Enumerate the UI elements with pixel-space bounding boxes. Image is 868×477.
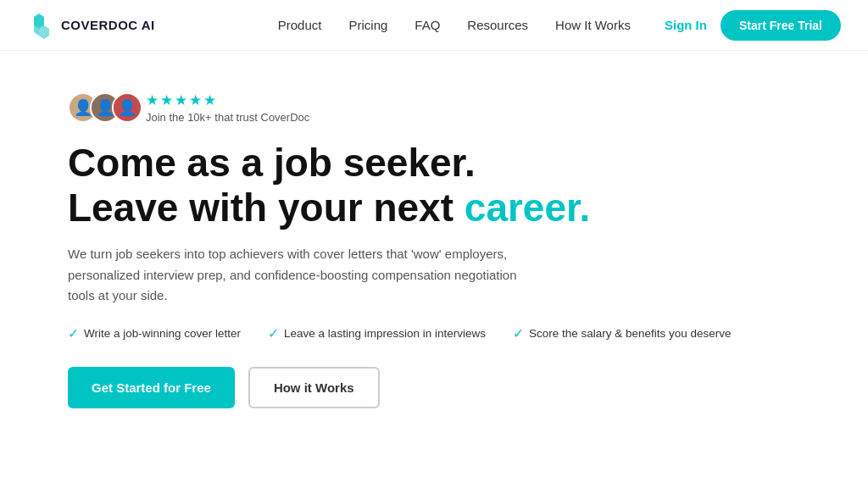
check-icon-1: ✓ (68, 325, 79, 341)
star-1: ★ (146, 92, 159, 109)
check-icon-3: ✓ (513, 325, 524, 341)
nav-item-pricing[interactable]: Pricing (348, 18, 387, 33)
feature-label-1: Write a job-winning cover letter (84, 327, 241, 340)
sign-in-button[interactable]: Sign In (665, 18, 707, 32)
trust-text: Join the 10k+ that trust CoverDoc (146, 111, 309, 124)
logo-icon (27, 12, 54, 39)
nav-right: Sign In Start Free Trial (665, 10, 841, 41)
headline-line2-static: Leave with your next (68, 186, 465, 230)
star-rating: ★ ★ ★ ★ ★ (146, 92, 309, 109)
how-it-works-button[interactable]: How it Works (248, 367, 380, 408)
avatar: 👤 (112, 92, 142, 123)
main-nav: COVERDOC AI Product Pricing FAQ Resource… (0, 0, 868, 51)
stars-area: ★ ★ ★ ★ ★ Join the 10k+ that trust Cover… (146, 92, 309, 124)
feature-label-3: Score the salary & benefits you deserve (529, 327, 732, 340)
feature-label-2: Leave a lasting impression in interviews (284, 327, 486, 340)
check-icon-2: ✓ (268, 325, 279, 341)
nav-item-how-it-works[interactable]: How It Works (555, 18, 631, 33)
star-4: ★ (189, 92, 202, 109)
headline-accent: career. (465, 186, 590, 230)
headline-line1: Come as a job seeker. (68, 141, 476, 185)
feature-item-2: ✓ Leave a lasting impression in intervie… (268, 325, 486, 341)
cta-buttons: Get Started for Free How it Works (68, 367, 800, 408)
feature-item-1: ✓ Write a job-winning cover letter (68, 325, 241, 341)
nav-item-resources[interactable]: Resources (467, 18, 528, 33)
logo-text: COVERDOC AI (61, 18, 155, 32)
nav-links: Product Pricing FAQ Resources How It Wor… (278, 18, 631, 33)
start-trial-button[interactable]: Start Free Trial (721, 10, 841, 41)
star-5: ★ (203, 92, 216, 109)
logo: COVERDOC AI (27, 12, 155, 39)
social-proof: 👤 👤 👤 ★ ★ ★ ★ ★ Join the 10k+ that trust… (68, 92, 800, 124)
nav-item-faq[interactable]: FAQ (415, 18, 440, 33)
star-3: ★ (175, 92, 187, 109)
feature-item-3: ✓ Score the salary & benefits you deserv… (513, 325, 732, 341)
nav-item-product[interactable]: Product (278, 18, 322, 33)
avatar-group: 👤 👤 👤 (68, 92, 134, 123)
hero-subtext: We turn job seekers into top achievers w… (68, 244, 542, 307)
star-2: ★ (160, 92, 173, 109)
get-started-button[interactable]: Get Started for Free (68, 367, 235, 408)
feature-list: ✓ Write a job-winning cover letter ✓ Lea… (68, 325, 800, 341)
hero-section: 👤 👤 👤 ★ ★ ★ ★ ★ Join the 10k+ that trust… (0, 51, 868, 408)
headline: Come as a job seeker. Leave with your ne… (68, 141, 800, 230)
